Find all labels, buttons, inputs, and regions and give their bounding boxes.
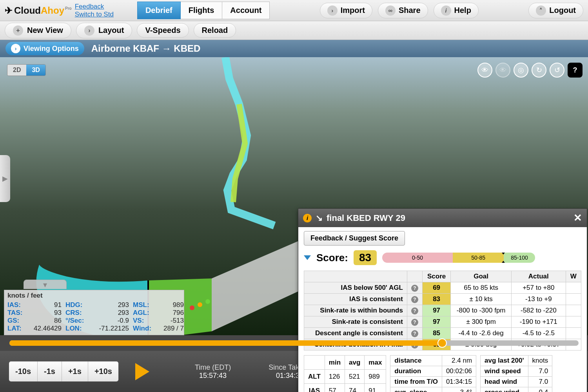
chevron-up-icon: ˄: [536, 5, 546, 16]
feedback-suggest-button[interactable]: Feedback / Suggest Score: [304, 231, 405, 246]
msl-value: 989: [157, 301, 188, 309]
metric-help-icon[interactable]: ?: [407, 294, 422, 305]
tab-debrief[interactable]: Debrief: [137, 2, 181, 19]
import-button[interactable]: › Import: [320, 3, 372, 18]
header-links: Feedback Switch to Std: [75, 3, 114, 18]
metric-actual: -190 to +171: [511, 316, 566, 328]
metric-score: 97: [422, 305, 450, 316]
eye-icon[interactable]: 👁: [477, 63, 492, 78]
metric-name: IAS is consistent: [304, 294, 407, 305]
vs-label: VS:: [133, 317, 157, 325]
tab-account[interactable]: Account: [222, 2, 270, 19]
wind-table: avg last 200'knots wind speed7.0 head wi…: [480, 355, 552, 392]
metric-actual: -582 to -220: [511, 305, 566, 316]
approach-score-panel: i ↘ final KBED RWY 29 ✕ Feedback / Sugge…: [298, 208, 587, 392]
step-fwd-1s[interactable]: +1s: [62, 361, 88, 381]
lon-label: LON:: [65, 325, 94, 332]
metric-score: 97: [422, 316, 450, 328]
map-help-button[interactable]: ?: [568, 63, 583, 78]
panel-title: final KBED RWY 29: [327, 213, 405, 223]
col-goal: Goal: [451, 271, 512, 282]
eye-off-icon[interactable]: 👁: [495, 63, 510, 78]
view-3d-button[interactable]: 3D: [26, 65, 45, 76]
metric-goal: ± 300 fpm: [451, 316, 512, 328]
metric-actual: +57 to +80: [511, 282, 566, 294]
metric-score: 69: [422, 282, 450, 294]
rotate-cw-icon[interactable]: ↻: [532, 63, 546, 78]
viewing-options-button[interactable]: › Viewing Options: [5, 42, 84, 55]
wind-value: 289 / 7: [157, 325, 188, 332]
vspeeds-button[interactable]: V-Speeds: [137, 23, 189, 38]
new-view-button[interactable]: + New View: [5, 23, 71, 38]
top-header: ✈ CloudAhoyPro Feedback Switch to Std De…: [0, 0, 588, 21]
timeline-track[interactable]: [9, 340, 579, 346]
metric-name: IAS below 500' AGL: [304, 282, 407, 294]
flight-title: Airborne KBAF → KBED: [91, 43, 201, 54]
step-buttons: -10s -1s +1s +10s: [9, 361, 119, 382]
share-icon: ∞: [385, 5, 396, 16]
metric-actual: -13 to +9: [511, 294, 566, 305]
rotate-ccw-icon[interactable]: ↺: [550, 63, 564, 78]
instruments-units: knots / feet: [4, 290, 184, 301]
hdg-label: HDG:: [65, 301, 94, 309]
score-band-legend: 0-50 50-85 85-100: [382, 253, 535, 263]
view-mode-toggle: 2D 3D: [7, 64, 46, 76]
metric-goal: -800 to -300 fpm: [451, 305, 512, 316]
metric-row: Sink-rate is consistent?97± 300 fpm-190 …: [304, 316, 581, 328]
agl-value: 796: [157, 309, 188, 317]
metric-name: Descent angle is consistent: [304, 328, 407, 339]
close-icon[interactable]: ✕: [573, 212, 582, 224]
layout-button[interactable]: › Layout: [76, 23, 132, 38]
metric-help-icon[interactable]: ?: [407, 328, 422, 339]
map-3d-view[interactable]: 2D 3D ▶ 👁 👁 ◎ ↻ ↺ ? ▾ knots / feet IAS:9…: [0, 57, 588, 335]
metric-help-icon[interactable]: ?: [407, 282, 422, 294]
metric-row: IAS is consistent?83± 10 kts-13 to +9: [304, 294, 581, 305]
step-fwd-10s[interactable]: +10s: [88, 361, 118, 381]
step-back-10s[interactable]: -10s: [9, 361, 38, 381]
metric-goal: -4.4 to -2.6 deg: [451, 328, 512, 339]
logout-button[interactable]: ˄ Logout: [528, 3, 583, 18]
share-button[interactable]: ∞ Share: [378, 3, 428, 18]
timeline-progress: [9, 340, 442, 346]
degsec-value: -0.9: [94, 317, 133, 325]
left-panel-expand-handle[interactable]: ▶: [0, 155, 10, 202]
instruments-panel: knots / feet IAS:91 HDG:293 MSL:989 TAS:…: [4, 290, 184, 335]
panel-titlebar[interactable]: i ↘ final KBED RWY 29 ✕: [298, 209, 587, 227]
crs-value: 293: [94, 309, 133, 317]
switch-std-link[interactable]: Switch to Std: [75, 11, 114, 18]
play-button[interactable]: [135, 363, 149, 380]
target-icon[interactable]: ◎: [514, 63, 528, 78]
timeline-knob[interactable]: [437, 338, 447, 348]
time-edt: Time (EDT)15:57:43: [195, 363, 231, 380]
col-extra: W: [566, 271, 581, 282]
col-actual: Actual: [511, 271, 566, 282]
metric-extra: [566, 305, 581, 316]
crs-label: CRS:: [65, 309, 94, 317]
chevron-right-icon: ›: [327, 5, 338, 16]
step-back-1s[interactable]: -1s: [38, 361, 62, 381]
svg-point-1: [190, 305, 194, 310]
metric-extra: [566, 294, 581, 305]
expand-toggle-icon[interactable]: [304, 255, 311, 260]
cloud-icon: ✈: [5, 5, 13, 16]
metric-goal: ± 10 kts: [451, 294, 512, 305]
help-button[interactable]: i Help: [434, 3, 479, 18]
reload-button[interactable]: Reload: [194, 23, 236, 38]
metric-help-icon[interactable]: ?: [407, 305, 422, 316]
info-bar: › Viewing Options Airborne KBAF → KBED: [0, 40, 588, 57]
metric-help-icon[interactable]: ?: [407, 316, 422, 328]
metric-extra: [566, 316, 581, 328]
metric-score: 83: [422, 294, 450, 305]
metric-name: Sink-rate is consistent: [304, 316, 407, 328]
metric-row: Descent angle is consistent?85-4.4 to -2…: [304, 328, 581, 339]
score-label: Score:: [316, 252, 348, 264]
lat-label: LAT:: [7, 325, 31, 332]
tab-flights[interactable]: Flights: [181, 2, 223, 19]
metric-row: IAS below 500' AGL?6965 to 85 kts+57 to …: [304, 282, 581, 294]
instruments-collapse-handle[interactable]: ▾: [24, 280, 67, 289]
info-icon: i: [303, 214, 312, 222]
feedback-link[interactable]: Feedback: [75, 3, 114, 11]
score-value: 83: [354, 250, 377, 265]
metric-score: 85: [422, 328, 450, 339]
view-2d-button[interactable]: 2D: [7, 65, 26, 76]
